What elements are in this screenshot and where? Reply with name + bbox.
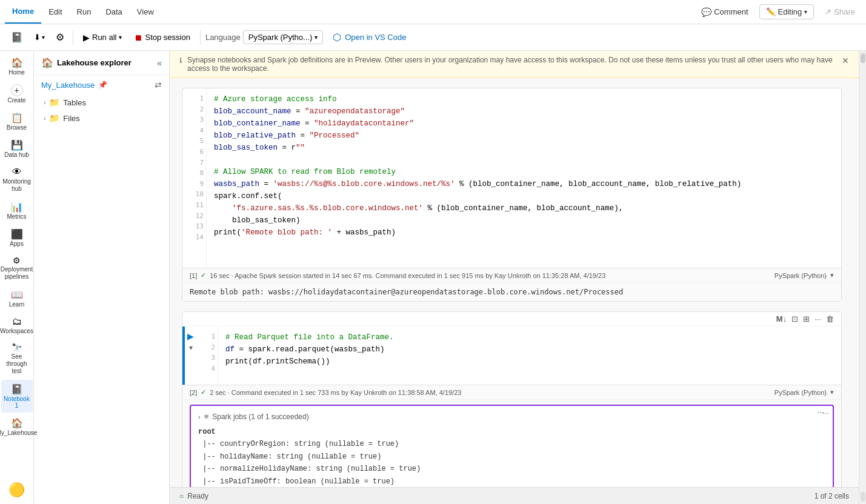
- delete-cell-icon[interactable]: 🗑: [826, 314, 834, 323]
- sidebar-item-learn[interactable]: 📖 Learn: [1, 285, 33, 311]
- data-tab[interactable]: Data: [98, 0, 129, 24]
- tables-label: Tables: [63, 98, 86, 107]
- lakehouse-explorer-panel: 🏠 Lakehouse explorer « My_Lakehouse 📌 ⇄ …: [34, 51, 170, 504]
- lakehouse-explorer-icon: 🏠: [41, 57, 53, 68]
- run-tab[interactable]: Run: [70, 0, 99, 24]
- run-all-button[interactable]: ▶ Run all ▾: [78, 30, 127, 45]
- cell-2-gutter: 1234: [196, 327, 218, 385]
- cell-1-ref: [1]: [190, 272, 197, 279]
- comment-button[interactable]: 💬 Comment: [695, 5, 754, 19]
- edit-icon: ✏️: [766, 7, 776, 16]
- success-icon: ✓: [201, 271, 206, 279]
- sidebar-label-create: Create: [7, 97, 25, 104]
- sidebar-item-monitoring[interactable]: 👁 Monitoring hub: [1, 163, 33, 196]
- vs-code-icon: ⬡: [333, 31, 341, 43]
- chevron-down-icon[interactable]: ▾: [830, 271, 834, 279]
- sidebar-label-mylakehouse: My_Lakehouse: [0, 429, 37, 437]
- close-icon[interactable]: ✕: [842, 56, 849, 65]
- cell-1-output-result: Remote blob path: wasbs://holidaydatacon…: [182, 282, 841, 301]
- cell-2-code[interactable]: # Read Parquet file into a DataFrame. df…: [218, 327, 841, 385]
- notebook-content: ℹ Synapse notebooks and Spark job defini…: [170, 51, 859, 504]
- expand-icon: ›: [198, 413, 201, 420]
- sidebar-item-create[interactable]: + Create: [1, 81, 33, 107]
- download-button[interactable]: ⬇ ▾: [29, 30, 50, 44]
- run-icon: ▶: [83, 33, 90, 42]
- language-selector[interactable]: PySpark (Pytho...) ▾: [243, 30, 323, 44]
- folder-icon: 📁: [49, 113, 59, 123]
- chevron-right-icon: ›: [44, 115, 45, 122]
- home-tab[interactable]: Home: [5, 0, 41, 24]
- tables-tree-item[interactable]: › 📁 Tables: [34, 94, 169, 110]
- stop-session-button[interactable]: ⏹ Stop session: [129, 30, 195, 45]
- editing-button[interactable]: ✏️ Editing ▾: [759, 4, 814, 19]
- notebook-icon-btn[interactable]: 📓: [7, 29, 27, 45]
- cell-2-language: PySpark (Python): [774, 389, 827, 396]
- sidebar-label-metrics: Metrics: [7, 213, 26, 220]
- notebook-icon: 📓: [11, 383, 23, 395]
- home-icon: 🏠: [11, 57, 23, 68]
- run-cell-icon[interactable]: ▶: [187, 331, 194, 341]
- share-icon: ↗: [825, 7, 831, 16]
- cell-2: M↓ ⊡ ⊞ ··· 🗑 ▶ ▾ 1234: [182, 311, 842, 487]
- cell-2-ref: [2]: [190, 389, 197, 396]
- sidebar-item-seethrough[interactable]: 🔭 See through test: [1, 339, 33, 379]
- cell-2-output-section: ··· › ≡ Spark jobs (1 of 1 succeeded) ··…: [182, 399, 841, 487]
- share-button[interactable]: ↗ Share: [819, 5, 861, 19]
- lakehouse-name-text[interactable]: My_Lakehouse: [41, 81, 95, 90]
- sidebar-icons: 🏠 Home + Create 📋 Browse 💾 Data hub 👁 Mo…: [0, 51, 34, 504]
- monitoring-icon: 👁: [12, 167, 22, 177]
- expand-cell-icon[interactable]: ▾: [189, 343, 193, 352]
- files-label: Files: [63, 114, 79, 123]
- markdown-icon[interactable]: M↓: [776, 314, 787, 323]
- refresh-icon[interactable]: ⇄: [155, 80, 162, 90]
- cell-2-output-text: 2 sec · Command executed in 1 sec 733 ms…: [210, 389, 461, 396]
- schema-output: root |-- countryOrRegion: string (nullab…: [198, 426, 825, 487]
- view-tab[interactable]: View: [130, 0, 161, 24]
- cell-2-output-bar: [2] ✓ 2 sec · Command executed in 1 sec …: [182, 385, 841, 399]
- sidebar-item-deployment[interactable]: ⚙ Deployment pipelines: [1, 252, 33, 284]
- language-label: Language: [205, 33, 241, 42]
- sidebar-label-seethrough: See through test: [4, 353, 30, 375]
- stop-icon: ⏹: [134, 33, 142, 42]
- sidebar-item-browse[interactable]: 📋 Browse: [1, 108, 33, 134]
- edit-tab[interactable]: Edit: [41, 0, 69, 24]
- apps-icon: ⬛: [11, 228, 23, 240]
- create-icon: +: [11, 84, 23, 96]
- sidebar-label-deployment: Deployment pipelines: [1, 266, 33, 280]
- chevron-right-icon: ›: [44, 99, 45, 106]
- open-vs-code-button[interactable]: ⬡ Open in VS Code: [325, 29, 413, 45]
- cell-1-code[interactable]: # Azure storage access info blob_account…: [207, 88, 841, 268]
- success-icon-2: ✓: [201, 388, 206, 396]
- sidebar-item-mylakehouse[interactable]: 🏠 My_Lakehouse: [1, 414, 33, 440]
- cells-container[interactable]: 1234567891011121314 # Azure storage acce…: [170, 78, 859, 487]
- comment-icon: 💬: [701, 7, 711, 17]
- seethrough-icon: 🔭: [12, 343, 22, 353]
- workspaces-icon: 🗂: [12, 316, 22, 327]
- sidebar-item-workspaces[interactable]: 🗂 Workspaces: [1, 313, 33, 338]
- sidebar-label-notebook1: Notebook 1: [4, 396, 30, 409]
- sidebar-item-notebook1[interactable]: 📓 Notebook 1: [1, 380, 33, 413]
- power-bi-icon[interactable]: 🟡: [8, 482, 25, 498]
- sidebar-label-browse: Browse: [7, 124, 27, 131]
- files-tree-item[interactable]: › 📁 Files: [34, 110, 169, 126]
- merge-cell-icon[interactable]: ⊞: [803, 314, 810, 323]
- sidebar-item-home[interactable]: 🏠 Home: [1, 53, 33, 79]
- split-cell-icon[interactable]: ⊡: [791, 314, 798, 323]
- folder-icon: 📁: [49, 98, 59, 107]
- output-dots[interactable]: ···: [817, 407, 824, 417]
- spark-jobs-icon: ≡: [204, 412, 209, 421]
- sidebar-item-apps[interactable]: ⬛ Apps: [1, 225, 33, 251]
- chevron-down-icon-2[interactable]: ▾: [830, 388, 834, 396]
- cell-1-output-text: 16 sec · Apache Spark session started in…: [210, 272, 605, 279]
- scrollbar-track[interactable]: [859, 51, 866, 504]
- collapse-panel-icon[interactable]: «: [157, 58, 162, 68]
- sidebar-label-monitoring: Monitoring hub: [2, 178, 31, 193]
- more-options-icon[interactable]: ···: [814, 314, 821, 323]
- browse-icon: 📋: [11, 112, 23, 124]
- settings-button[interactable]: ⚙: [52, 29, 68, 45]
- lakehouse-icon: 🏠: [11, 417, 23, 429]
- spark-jobs-header[interactable]: › ≡ Spark jobs (1 of 1 succeeded): [198, 412, 825, 421]
- sidebar-item-metrics[interactable]: 📊 Metrics: [1, 197, 33, 224]
- sidebar-label-datahub: Data hub: [4, 151, 29, 158]
- sidebar-item-datahub[interactable]: 💾 Data hub: [1, 136, 33, 162]
